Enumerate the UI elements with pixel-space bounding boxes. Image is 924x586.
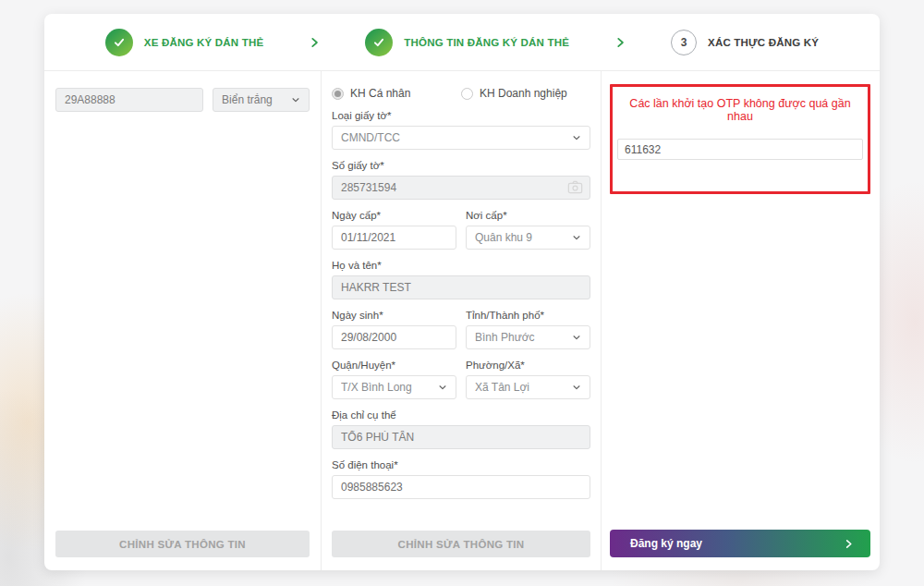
doc-type-value: CMND/TCC bbox=[341, 131, 400, 144]
issue-date-input[interactable] bbox=[332, 226, 456, 250]
otp-warning-text: Các lần khởi tạo OTP không được quá gần … bbox=[617, 97, 863, 123]
step-verify: 3 XÁC THỰC ĐĂNG KÝ bbox=[671, 30, 819, 55]
doc-type-label: Loại giấy tờ* bbox=[332, 110, 590, 121]
customer-type-radio-group: KH Cá nhân KH Doanh nghiệp bbox=[332, 87, 590, 100]
address-input[interactable] bbox=[332, 425, 590, 449]
step-info[interactable]: THÔNG TIN ĐĂNG KÝ DÁN THẺ bbox=[365, 29, 569, 56]
chevron-down-icon bbox=[572, 383, 581, 392]
chevron-down-icon bbox=[572, 333, 581, 342]
ward-select[interactable]: Xã Tân Lợi bbox=[466, 375, 590, 399]
dob-label: Ngày sinh* bbox=[332, 310, 456, 321]
ward-label: Phường/Xã* bbox=[466, 360, 590, 371]
dob-input[interactable] bbox=[332, 325, 456, 349]
radio-personal-label: KH Cá nhân bbox=[350, 87, 410, 100]
step-info-label: THÔNG TIN ĐĂNG KÝ DÁN THẺ bbox=[404, 37, 569, 48]
register-now-label: Đăng ký ngay bbox=[630, 537, 702, 550]
doc-number-label: Số giấy tờ* bbox=[332, 160, 590, 171]
check-icon bbox=[365, 29, 393, 56]
otp-alert-box: Các lần khởi tạo OTP không được quá gần … bbox=[610, 84, 870, 194]
issue-place-value: Quân khu 9 bbox=[475, 231, 532, 244]
radio-selected-icon bbox=[332, 88, 344, 100]
check-icon bbox=[105, 29, 133, 56]
fullname-input[interactable] bbox=[332, 275, 590, 299]
province-select[interactable]: Bình Phước bbox=[466, 325, 590, 349]
ward-value: Xã Tân Lợi bbox=[475, 381, 529, 394]
step-verify-label: XÁC THỰC ĐĂNG KÝ bbox=[708, 37, 819, 48]
step-vehicle-label: XE ĐĂNG KÝ DÁN THẺ bbox=[144, 37, 263, 48]
plate-type-value: Biển trắng bbox=[222, 93, 273, 106]
chevron-down-icon bbox=[572, 133, 581, 142]
stepper: XE ĐĂNG KÝ DÁN THẺ THÔNG TIN ĐĂNG KÝ DÁN… bbox=[44, 14, 880, 71]
district-select[interactable]: T/X Bình Long bbox=[332, 375, 456, 399]
plate-number-input[interactable] bbox=[55, 88, 203, 112]
radio-business-label: KH Doanh nghiệp bbox=[480, 87, 567, 100]
radio-unselected-icon bbox=[461, 88, 473, 100]
edit-customer-button[interactable]: CHỈNH SỬA THÔNG TIN bbox=[332, 531, 590, 557]
chevron-right-icon bbox=[308, 36, 321, 49]
issue-place-select[interactable]: Quân khu 9 bbox=[466, 226, 590, 250]
register-now-button[interactable]: Đăng ký ngay bbox=[610, 530, 870, 557]
customer-column: KH Cá nhân KH Doanh nghiệp Loại giấy tờ*… bbox=[322, 71, 602, 570]
chevron-down-icon bbox=[438, 383, 447, 392]
fullname-label: Họ và tên* bbox=[332, 260, 590, 271]
radio-personal[interactable]: KH Cá nhân bbox=[332, 87, 461, 100]
phone-input[interactable] bbox=[332, 475, 590, 499]
camera-icon bbox=[567, 180, 583, 194]
form-body: Biển trắng CHỈNH SỬA THÔNG TIN KH Cá nhâ… bbox=[44, 71, 880, 570]
address-label: Địa chỉ cụ thể bbox=[332, 409, 590, 421]
issue-place-label: Nơi cấp* bbox=[466, 210, 590, 221]
otp-code-input[interactable] bbox=[617, 139, 863, 160]
district-value: T/X Bình Long bbox=[341, 381, 412, 394]
plate-type-select[interactable]: Biển trắng bbox=[213, 88, 310, 112]
doc-number-input[interactable] bbox=[332, 176, 590, 200]
chevron-down-icon bbox=[572, 233, 581, 242]
doc-type-select[interactable]: CMND/TCC bbox=[332, 126, 590, 150]
province-label: Tỉnh/Thành phố* bbox=[466, 310, 590, 321]
chevron-down-icon bbox=[291, 95, 300, 104]
edit-vehicle-button[interactable]: CHỈNH SỬA THÔNG TIN bbox=[55, 531, 310, 557]
registration-card: XE ĐĂNG KÝ DÁN THẺ THÔNG TIN ĐĂNG KÝ DÁN… bbox=[44, 14, 880, 570]
step-vehicle[interactable]: XE ĐĂNG KÝ DÁN THẺ bbox=[105, 29, 263, 56]
province-value: Bình Phước bbox=[475, 331, 535, 344]
district-label: Quận/Huyện* bbox=[332, 360, 456, 371]
phone-label: Số điện thoại* bbox=[332, 459, 590, 470]
step-number-badge: 3 bbox=[671, 30, 697, 55]
issue-date-label: Ngày cấp* bbox=[332, 210, 456, 221]
chevron-right-icon bbox=[614, 36, 626, 49]
vehicle-column: Biển trắng CHỈNH SỬA THÔNG TIN bbox=[44, 71, 322, 570]
otp-column: Các lần khởi tạo OTP không được quá gần … bbox=[602, 71, 880, 570]
chevron-right-icon bbox=[844, 539, 854, 549]
radio-business[interactable]: KH Doanh nghiệp bbox=[461, 87, 590, 100]
